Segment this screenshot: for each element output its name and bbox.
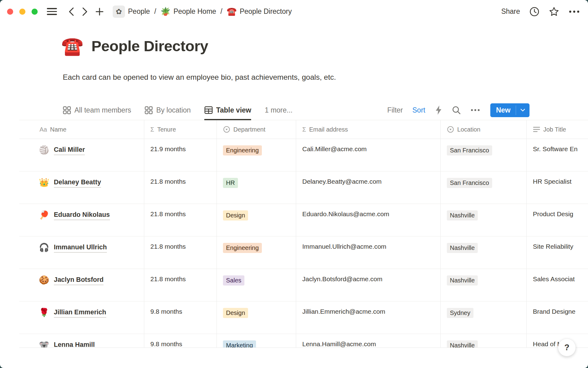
automations-bolt-icon[interactable] [435, 105, 442, 115]
person-name-link[interactable]: Cali Miller [54, 145, 85, 155]
tenure-cell[interactable]: 21.8 months [144, 204, 217, 236]
name-cell[interactable]: 🎧 Immanuel Ullrich [19, 236, 144, 269]
filter-button[interactable]: Filter [387, 106, 403, 114]
department-cell[interactable]: Engineering [217, 236, 296, 269]
table-row[interactable]: 🎧 Immanuel Ullrich 21.8 months Engineeri… [19, 236, 588, 269]
search-icon[interactable] [452, 105, 461, 115]
email-cell[interactable]: Jaclyn.Botsford@acme.com [296, 269, 441, 301]
page-header: ☎️ People Directory [61, 33, 208, 59]
share-button[interactable]: Share [501, 7, 520, 16]
job-title-cell[interactable]: Sales Associat [527, 269, 588, 301]
sort-button[interactable]: Sort [413, 106, 425, 114]
email-cell[interactable]: Cali.Miller@acme.com [296, 139, 441, 171]
page-telephone-icon[interactable]: ☎️ [61, 37, 83, 55]
name-cell[interactable]: 🌹 Jillian Emmerich [19, 301, 144, 334]
job-title-cell[interactable]: Sr. Software En [527, 139, 588, 171]
minimize-window-button[interactable] [19, 9, 25, 15]
column-header-job-title[interactable]: Job Title [527, 120, 588, 139]
email-cell[interactable]: Jillian.Emmerich@acme.com [296, 301, 441, 334]
column-header-department[interactable]: Department [217, 120, 296, 139]
help-button[interactable]: ? [558, 339, 576, 356]
breadcrumb-item-people-directory[interactable]: ☎️ People Directory [227, 7, 292, 16]
person-name-link[interactable]: Delaney Beatty [54, 178, 101, 188]
tab-label: Table view [216, 106, 251, 114]
email-cell[interactable]: Lenna.Hamill@acme.com [296, 334, 441, 348]
person-name-link[interactable]: Jaclyn Botsford [54, 275, 104, 285]
location-cell[interactable]: Nashville [441, 236, 527, 269]
close-window-button[interactable] [7, 9, 13, 15]
department-cell[interactable]: Design [217, 204, 296, 236]
location-cell[interactable]: Nashville [441, 269, 527, 301]
department-cell[interactable]: Sales [217, 269, 296, 301]
person-name-link[interactable]: Lenna Hamill [54, 340, 95, 348]
tab-by-location[interactable]: By location [145, 100, 191, 120]
table-row[interactable]: 🐨 Lenna Hamill 9.8 months Marketing Lenn… [19, 334, 588, 348]
new-page-icon[interactable] [94, 6, 105, 17]
breadcrumb-item-people-home[interactable]: 🪴 People Home [160, 7, 216, 16]
department-cell[interactable]: HR [217, 171, 296, 204]
job-title-cell[interactable]: HR Specialist [527, 171, 588, 204]
tab-all-team-members[interactable]: All team members [63, 100, 131, 120]
view-options-icon[interactable] [470, 109, 480, 112]
location-cell[interactable]: San Francisco [441, 171, 527, 204]
location-cell[interactable]: Nashville [441, 334, 527, 348]
name-cell[interactable]: 🏓 Eduardo Nikolaus [19, 204, 144, 236]
more-options-icon[interactable] [568, 10, 580, 13]
location-cell[interactable]: San Francisco [441, 139, 527, 171]
email-cell[interactable]: Eduardo.Nikolaus@acme.com [296, 204, 441, 236]
department-cell[interactable]: Design [217, 301, 296, 334]
department-badge: Engineering [223, 145, 262, 155]
tenure-cell[interactable]: 21.9 months [144, 139, 217, 171]
name-cell[interactable]: 🏐 Cali Miller [19, 139, 144, 171]
email-cell[interactable]: Delaney.Beatty@acme.com [296, 171, 441, 204]
zoom-window-button[interactable] [32, 9, 38, 15]
favorite-star-icon[interactable] [549, 6, 559, 17]
email-cell[interactable]: Immanuel.Ullrich@acme.com [296, 236, 441, 269]
tenure-cell[interactable]: 21.8 months [144, 236, 217, 269]
titlebar-actions: Share [501, 6, 580, 17]
new-button[interactable]: New [490, 103, 516, 117]
tab-label: All team members [74, 106, 131, 114]
history-clock-icon[interactable] [529, 6, 540, 17]
back-icon[interactable] [67, 6, 76, 18]
column-header-name[interactable]: Aa Name [19, 120, 144, 139]
table-row[interactable]: 👑 Delaney Beatty 21.8 months HR Delaney.… [19, 171, 588, 204]
table-row[interactable]: 🏓 Eduardo Nikolaus 21.8 months Design Ed… [19, 204, 588, 236]
person-name-link[interactable]: Eduardo Nikolaus [54, 210, 110, 220]
view-tab-bar: All team members By location Table view … [19, 100, 588, 120]
column-header-email[interactable]: Σ Email address [296, 120, 441, 139]
column-header-tenure[interactable]: Σ Tenure [144, 120, 217, 139]
new-button-chevron-down-icon[interactable] [516, 103, 530, 117]
app-window: ✿ People / 🪴 People Home / ☎️ People Dir… [0, 0, 588, 368]
department-cell[interactable]: Engineering [217, 139, 296, 171]
table-row[interactable]: 🍪 Jaclyn Botsford 21.8 months Sales Jacl… [19, 269, 588, 301]
job-title-cell[interactable]: Brand Designe [527, 301, 588, 334]
job-title-cell[interactable]: Product Desig [527, 204, 588, 236]
column-label: Location [457, 126, 481, 133]
department-cell[interactable]: Marketing [217, 334, 296, 348]
job-title-cell[interactable]: Head of Marke [527, 334, 588, 348]
tenure-cell[interactable]: 21.8 months [144, 269, 217, 301]
department-badge: Engineering [223, 243, 262, 253]
name-cell[interactable]: 🐨 Lenna Hamill [19, 334, 144, 348]
person-name-link[interactable]: Jillian Emmerich [54, 308, 106, 318]
column-header-location[interactable]: Location [441, 120, 527, 139]
location-cell[interactable]: Nashville [441, 204, 527, 236]
tenure-cell[interactable]: 21.8 months [144, 171, 217, 204]
sidebar-toggle-icon[interactable] [46, 7, 58, 16]
forward-icon[interactable] [80, 6, 89, 18]
location-cell[interactable]: Sydney [441, 301, 527, 334]
table-row[interactable]: 🏐 Cali Miller 21.9 months Engineering Ca… [19, 139, 588, 171]
table-row[interactable]: 🌹 Jillian Emmerich 9.8 months Design Jil… [19, 301, 588, 334]
breadcrumb-item-people[interactable]: ✿ People [113, 6, 150, 18]
name-cell[interactable]: 🍪 Jaclyn Botsford [19, 269, 144, 301]
tenure-cell[interactable]: 9.8 months [144, 301, 217, 334]
job-title-cell[interactable]: Site Reliability [527, 236, 588, 269]
name-cell[interactable]: 👑 Delaney Beatty [19, 171, 144, 204]
location-badge: Sydney [447, 308, 473, 318]
tab-table-view[interactable]: Table view [204, 100, 251, 120]
more-views-button[interactable]: 1 more... [265, 106, 292, 114]
tenure-cell[interactable]: 9.8 months [144, 334, 217, 348]
person-name-link[interactable]: Immanuel Ullrich [54, 243, 107, 253]
column-label: Name [50, 126, 66, 133]
